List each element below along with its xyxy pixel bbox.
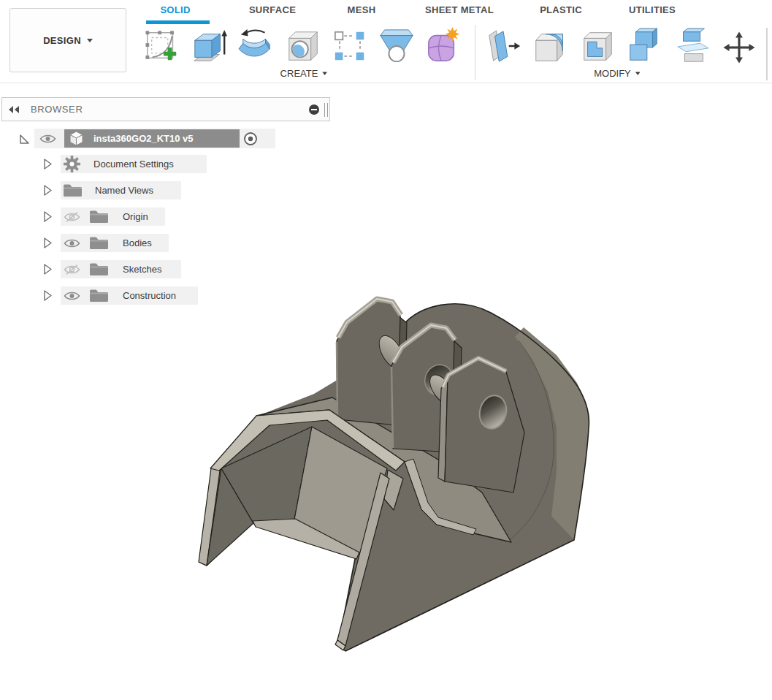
split-body-button[interactable] [674, 26, 712, 66]
loft-button[interactable] [378, 26, 416, 66]
tab-mesh[interactable]: MESH [348, 4, 376, 15]
create-form-button[interactable] [424, 26, 462, 66]
panel-grip-icon[interactable] [324, 103, 328, 117]
component-cube-icon [69, 131, 84, 146]
model-3d[interactable] [183, 289, 599, 662]
browser-panel-title: BROWSER [31, 104, 83, 115]
rectangular-pattern-button[interactable] [332, 26, 370, 66]
tab-sheet-metal[interactable]: SHEET METAL [425, 4, 494, 15]
gear-icon [64, 156, 80, 172]
folder-icon [89, 236, 109, 250]
minus-circle-icon[interactable] [309, 104, 319, 115]
eye-icon[interactable] [39, 133, 56, 145]
root-component-label: insta360GO2_KT10 v5 [93, 133, 194, 144]
revolve-icon [238, 26, 275, 66]
expander-triangle-icon[interactable] [18, 133, 31, 145]
combine-icon [626, 26, 662, 66]
create-group-dropdown[interactable]: CREATE [280, 68, 328, 79]
viewport-canvas[interactable] [0, 83, 772, 700]
active-tab-underline [146, 20, 210, 24]
expand-arrow-icon[interactable] [44, 264, 52, 275]
eye-hidden-icon[interactable] [64, 211, 80, 223]
chevron-down-icon [322, 72, 327, 75]
expand-arrow-icon[interactable] [44, 185, 52, 196]
browser-item-label: Named Views [95, 185, 153, 196]
shell-button[interactable] [579, 26, 617, 66]
press-pull-icon [486, 26, 522, 66]
combine-button[interactable] [625, 26, 663, 66]
fillet-icon [532, 26, 568, 66]
create-sketch-button[interactable] [144, 26, 182, 66]
extrude-icon [191, 26, 228, 66]
hole-button[interactable] [285, 26, 323, 66]
move-copy-button[interactable] [720, 28, 758, 67]
rectangular-pattern-icon [332, 26, 369, 66]
folder-icon [89, 262, 109, 276]
toolbar-group-separator [475, 25, 475, 80]
eye-hidden-icon[interactable] [64, 264, 80, 275]
design-menu-button[interactable]: DESIGN [9, 8, 126, 72]
revolve-button[interactable] [237, 26, 275, 66]
modify-group-dropdown[interactable]: MODIFY [594, 68, 641, 79]
tab-solid[interactable]: SOLID [160, 4, 190, 15]
move-copy-icon [720, 29, 758, 66]
activate-radio-icon[interactable] [242, 131, 259, 147]
create-sketch-icon [145, 26, 181, 66]
modify-group-label: MODIFY [594, 68, 631, 79]
tab-plastic[interactable]: PLASTIC [540, 4, 582, 15]
press-pull-button[interactable] [485, 26, 523, 66]
shell-icon [580, 26, 616, 66]
loft-icon [378, 26, 415, 66]
hole-icon [286, 26, 322, 66]
browser-panel-header[interactable]: BROWSER [1, 97, 330, 121]
eye-icon[interactable] [64, 290, 80, 302]
expand-arrow-icon[interactable] [44, 237, 52, 248]
design-menu-label: DESIGN [43, 35, 81, 46]
tab-surface[interactable]: SURFACE [249, 4, 296, 15]
chevron-down-icon [635, 72, 640, 75]
fillet-button[interactable] [531, 26, 569, 66]
browser-item-label: Sketches [123, 264, 161, 275]
folder-icon [89, 210, 109, 224]
expand-arrow-icon[interactable] [44, 211, 52, 222]
split-body-icon [675, 26, 711, 66]
browser-item-root[interactable]: insta360GO2_KT10 v5 [64, 129, 240, 148]
tab-utilities[interactable]: UTILITIES [629, 4, 676, 15]
double-chevron-left-icon[interactable] [8, 105, 20, 114]
folder-icon [63, 183, 83, 197]
extrude-button[interactable] [191, 26, 229, 66]
toolbar-right-divider [766, 28, 768, 80]
toolbar: DESIGN SOLID SURFACE MESH SHEET METAL PL… [0, 0, 772, 83]
create-group-label: CREATE [280, 68, 318, 79]
eye-icon[interactable] [64, 237, 80, 249]
browser-item-label: Construction [123, 290, 176, 301]
create-form-icon [424, 26, 461, 66]
browser-item-label: Origin [123, 211, 148, 222]
expand-arrow-icon[interactable] [44, 159, 52, 170]
browser-item-label: Document Settings [93, 159, 174, 170]
folder-icon [89, 289, 109, 303]
chevron-down-icon [87, 39, 93, 42]
browser-item-label: Bodies [123, 237, 152, 248]
expand-arrow-icon[interactable] [44, 290, 52, 301]
